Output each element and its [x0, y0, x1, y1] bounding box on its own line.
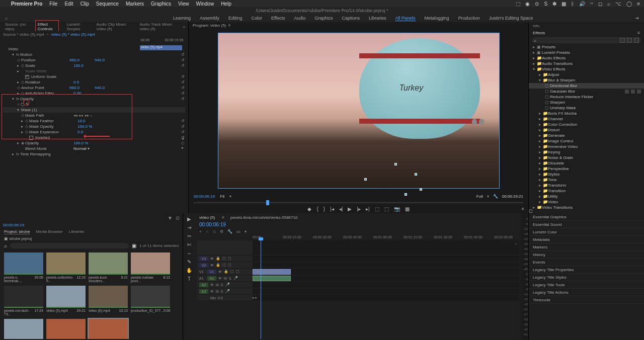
ec-mask1[interactable]: Mask (1): [21, 108, 37, 112]
ec-anchor-y[interactable]: 540.0: [95, 86, 120, 90]
workspace-captions[interactable]: Captions: [342, 16, 360, 21]
program-scrubber[interactable]: [194, 200, 523, 205]
effects-channel[interactable]: Channel: [548, 117, 563, 121]
wifi-icon[interactable]: ⌔: [590, 1, 593, 7]
workspace-allpanels[interactable]: All Panels: [395, 16, 416, 21]
bluetooth-icon[interactable]: ᛒ: [571, 1, 574, 7]
auto-icon[interactable]: ⊙: [176, 215, 180, 221]
side-panel-tab[interactable]: Essential Graphics: [529, 213, 644, 221]
effects-stylize[interactable]: Stylize: [548, 172, 560, 177]
effect-directional-blur[interactable]: Directional Blur: [550, 83, 577, 88]
menu-sequence[interactable]: Sequence: [96, 1, 119, 7]
ec-timeremapping[interactable]: Time Remapping: [20, 152, 51, 156]
twirl-icon[interactable]: ▾: [17, 108, 21, 112]
accel-icon[interactable]: [620, 38, 625, 43]
tab-project[interactable]: Project: strobe: [4, 229, 30, 234]
stopwatch-icon[interactable]: ◇: [25, 119, 29, 123]
reset-icon[interactable]: ↺: [180, 86, 185, 90]
link-icon[interactable]: ∩: [206, 229, 209, 234]
effects-obsolete[interactable]: Obsolete: [548, 161, 564, 165]
project-clip[interactable]: production_ID_377...5:06: [131, 286, 170, 316]
track-a1[interactable]: A1: [207, 276, 216, 281]
menu-graphics[interactable]: Graphics: [151, 1, 171, 7]
lock-icon[interactable]: 🔒: [216, 257, 220, 261]
stopwatch-icon[interactable]: ◇: [21, 63, 25, 68]
side-panel-tab[interactable]: Legacy Title Tools: [529, 281, 644, 289]
effects-adjust[interactable]: Adjust: [548, 72, 559, 77]
stopwatch-icon[interactable]: ◇: [17, 86, 21, 90]
reset-icon[interactable]: ↺: [180, 80, 185, 84]
menu-view[interactable]: View: [178, 1, 189, 7]
rect-mask-icon[interactable]: ▢: [21, 102, 25, 107]
selection-tool-icon[interactable]: ▶: [187, 216, 191, 222]
menu-help[interactable]: Help: [221, 1, 231, 7]
timeline-tab-active[interactable]: video (5): [199, 215, 215, 220]
twirl-icon[interactable]: ▸: [17, 141, 21, 145]
status-icon[interactable]: ◉: [525, 1, 530, 7]
toggle-output-icon[interactable]: 👁: [210, 257, 214, 261]
effects-video-transitions[interactable]: Video Transitions: [542, 205, 573, 209]
effects-time[interactable]: Time: [548, 178, 556, 182]
hand-tool-icon[interactable]: ✋: [186, 268, 192, 273]
project-clip[interactable]: pexels-cottonbro-5...12:23: [46, 252, 86, 283]
step-back-icon[interactable]: ◂|: [339, 206, 343, 212]
workspace-assembly[interactable]: Assembly: [200, 16, 219, 21]
effects-boris[interactable]: Boris FX Mocha: [548, 111, 577, 116]
status-icon[interactable]: ⊙: [535, 1, 539, 7]
effects-utility[interactable]: Utility: [548, 194, 558, 199]
pen-tool-icon[interactable]: ✎: [187, 259, 191, 265]
ec-maskfeather-value[interactable]: 10.0: [77, 119, 103, 123]
keyframe-nav[interactable]: ◂ ◇ ▸: [180, 136, 185, 150]
ec-antiflicker-value[interactable]: 0.00: [73, 91, 99, 96]
workspace-production[interactable]: Production: [458, 16, 480, 21]
twirl-icon[interactable]: ▸: [533, 56, 537, 60]
twirl-icon[interactable]: ▾: [12, 52, 16, 57]
ec-motion[interactable]: Motion: [20, 52, 32, 57]
track-select-tool-icon[interactable]: ⇥: [187, 225, 191, 230]
timeline-tracks[interactable]: ○ V3👁🔒▢▢ V2👁🔒▢▢ V1V1👁🔒▢▢video (5).mp4 [V…: [197, 240, 519, 339]
effect-gaussian-blur[interactable]: Gaussian Blur: [550, 89, 575, 94]
twirl-icon[interactable]: ▾: [533, 67, 537, 71]
32bit-icon[interactable]: [627, 38, 632, 43]
inverted-checkbox[interactable]: [29, 136, 33, 140]
twirl-icon[interactable]: ▸: [17, 63, 21, 68]
project-clip[interactable]: pexels-ron-lach-73...17:24: [4, 286, 43, 316]
twirl-icon[interactable]: ▸: [533, 61, 537, 66]
effects-blursharpen[interactable]: Blur & Sharpen: [548, 78, 575, 82]
yuv-icon[interactable]: [634, 38, 639, 43]
snap-icon[interactable]: ⌖: [199, 229, 202, 234]
reset-icon[interactable]: ↺: [180, 63, 185, 68]
uniform-scale-checkbox[interactable]: [25, 75, 29, 79]
reset-icon[interactable]: ↺: [180, 52, 185, 57]
twirl-icon[interactable]: ▸: [17, 91, 21, 96]
ec-maskexpansion-value[interactable]: 0.0: [77, 130, 103, 134]
project-search-input[interactable]: [10, 243, 129, 248]
twirl-icon[interactable]: ▸: [21, 124, 25, 129]
side-panel-tab[interactable]: Metadata: [529, 236, 644, 243]
bin-icon[interactable]: ▣: [4, 236, 8, 241]
out-point-icon[interactable]: }: [324, 206, 325, 212]
marker-icon[interactable]: ◆: [307, 206, 311, 212]
dropdown-icon[interactable]: ▾: [487, 194, 489, 199]
effects-transform[interactable]: Transform: [548, 183, 566, 188]
effects-audio-effects[interactable]: Audio Effects: [542, 56, 566, 60]
effects-keying[interactable]: Keying: [548, 150, 560, 154]
filter-bin-icon[interactable]: ▣: [132, 243, 136, 248]
effects-immersive[interactable]: Immersive Video: [548, 144, 578, 149]
play-icon[interactable]: ▶: [348, 206, 352, 212]
status-icon[interactable]: ⬚: [516, 1, 520, 7]
ellipse-mask-icon[interactable]: ○: [17, 102, 20, 107]
dropdown-icon[interactable]: ▾: [245, 229, 247, 234]
project-clip[interactable]: pexels-c-technical-...26:09: [4, 252, 43, 283]
export-frame-icon[interactable]: 📷: [394, 206, 400, 212]
track-a3[interactable]: A3: [199, 289, 208, 294]
lift-icon[interactable]: ⬚: [375, 206, 379, 212]
tab-libraries[interactable]: Libraries: [69, 229, 85, 234]
side-panel-tab[interactable]: Events: [529, 259, 644, 266]
filter-icon[interactable]: ▼: [168, 215, 173, 221]
info-tab[interactable]: Info: [529, 22, 644, 29]
ec-rotation-value[interactable]: 0.0: [73, 80, 99, 84]
effects-audio-transitions[interactable]: Audio Transitions: [542, 61, 573, 66]
effects-video-effects[interactable]: Video Effects: [542, 67, 566, 71]
workspace-learning[interactable]: Learning: [173, 16, 191, 21]
